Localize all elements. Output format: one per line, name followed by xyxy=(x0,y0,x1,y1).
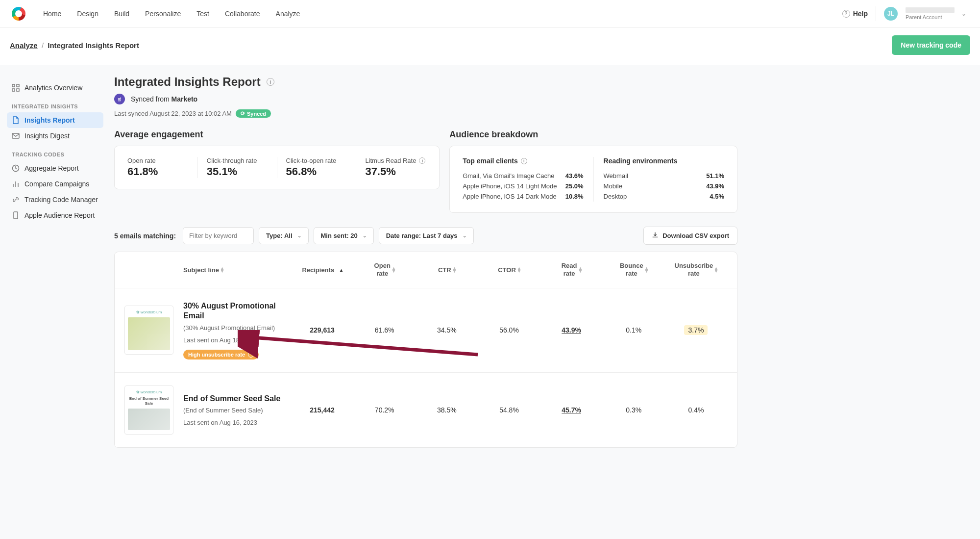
breakdown-item: Apple iPhone, iOS 14 Dark Mode10.8% xyxy=(463,191,583,202)
col-ctor[interactable]: CTOR▴▾ xyxy=(478,266,540,274)
client-name: Gmail, Via Gmail's Image Cache xyxy=(463,172,554,180)
col-open-rate[interactable]: Openrate▴▾ xyxy=(353,262,416,278)
cell-unsub-rate: 0.4% xyxy=(665,406,727,414)
account-selector[interactable]: Parent Account ⌄ xyxy=(906,7,968,20)
sidebar-item-label: Tracking Code Manager xyxy=(24,196,98,204)
env-name: Desktop xyxy=(604,193,627,200)
sidebar-item-apple-audience-report[interactable]: Apple Audience Report xyxy=(7,207,103,223)
col-label: CTOR xyxy=(498,266,516,274)
sidebar-item-label: Insights Report xyxy=(24,116,75,124)
col-label: rate xyxy=(626,270,637,278)
warning-label: High unsubscribe rate xyxy=(188,352,245,358)
sort-icon: ▴▾ xyxy=(453,267,456,273)
info-icon[interactable]: i xyxy=(419,157,425,164)
user-avatar[interactable]: JL xyxy=(884,7,898,21)
email-thumbnail: wonderblum End of Summer Seed Sale xyxy=(124,385,173,435)
metric-label: Click-through rate xyxy=(207,157,268,164)
main-layout: Analytics Overview INTEGRATED INSIGHTS I… xyxy=(0,65,980,467)
nav-test[interactable]: Test xyxy=(196,10,209,18)
metric-value: 35.1% xyxy=(207,165,268,178)
sort-icon: ▴▾ xyxy=(518,267,520,273)
cell-read-rate: 43.9% xyxy=(540,326,603,334)
metric-label: Litmus Read Rate i xyxy=(365,157,426,164)
col-bounce-rate[interactable]: Bouncerate▴▾ xyxy=(603,262,665,278)
sort-icon: ▴▾ xyxy=(392,267,395,273)
type-filter[interactable]: Type: All⌄ xyxy=(259,227,308,244)
arrow-right-icon: → xyxy=(248,352,254,358)
metric-value: 61.8% xyxy=(127,165,189,178)
sidebar-item-insights-report[interactable]: Insights Report xyxy=(7,112,103,128)
thumb-hero-image xyxy=(128,409,170,430)
breakdown-section: Audience breakdown Top email clients i G… xyxy=(449,129,737,213)
col-subject[interactable]: Subject line▴▾ xyxy=(183,266,291,274)
logo[interactable] xyxy=(12,7,25,21)
min-sent-filter[interactable]: Min sent: 20⌄ xyxy=(314,227,374,244)
sidebar-item-aggregate-report[interactable]: Aggregate Report xyxy=(7,160,103,176)
keyword-filter-input[interactable] xyxy=(183,227,254,244)
info-icon[interactable]: i xyxy=(521,158,527,164)
last-synced-row: Last synced August 22, 2023 at 10:02 AM … xyxy=(114,109,737,118)
sidebar-item-tracking-code-manager[interactable]: Tracking Code Manager xyxy=(7,192,103,207)
email-title: End of Summer Seed Sale xyxy=(183,394,286,404)
col-label: Bounce xyxy=(620,262,643,270)
mail-icon xyxy=(12,132,20,140)
top-header: Home Design Build Personalize Test Colla… xyxy=(0,0,980,27)
metric-read-rate: Litmus Read Rate i 37.5% xyxy=(356,157,426,178)
breakdown-item: Desktop4.5% xyxy=(604,191,724,202)
breadcrumb-current: Integrated Insights Report xyxy=(48,41,139,50)
read-rate-value[interactable]: 43.9% xyxy=(562,326,581,334)
cell-bounce-rate: 0.1% xyxy=(603,326,665,334)
svg-rect-2 xyxy=(12,89,15,91)
breadcrumb-separator: / xyxy=(42,41,44,50)
help-icon: ? xyxy=(842,10,850,18)
sidebar-item-insights-digest[interactable]: Insights Digest xyxy=(7,128,103,144)
breakdown-item: Mobile43.9% xyxy=(604,181,724,191)
sidebar-item-compare-campaigns[interactable]: Compare Campaigns xyxy=(7,176,103,192)
email-info: 30% August Promotional Email (30% August… xyxy=(183,301,291,360)
marketo-icon: Ⲷ xyxy=(114,94,125,104)
breakdown-item: Apple iPhone, iOS 14 Light Mode25.0% xyxy=(463,181,583,191)
breakdown-row: Top email clients i Gmail, Via Gmail's I… xyxy=(463,157,724,202)
col-label: rate xyxy=(688,270,700,278)
col-ctr[interactable]: CTR▴▾ xyxy=(416,266,478,274)
nav-analyze[interactable]: Analyze xyxy=(276,10,300,18)
col-label: Read xyxy=(562,262,577,270)
svg-rect-0 xyxy=(12,84,15,87)
breadcrumb-root[interactable]: Analyze xyxy=(10,41,38,50)
last-synced-text: Last synced August 22, 2023 at 10:02 AM xyxy=(114,110,232,117)
nav-design[interactable]: Design xyxy=(77,10,98,18)
col-label: Unsubscribe xyxy=(675,262,713,270)
help-link[interactable]: ? Help xyxy=(842,10,868,18)
col-recipients[interactable]: Recipients ▴ xyxy=(291,266,353,274)
env-value: 4.5% xyxy=(710,193,724,200)
cell-ctor: 56.0% xyxy=(478,326,540,334)
info-icon[interactable]: i xyxy=(267,78,274,86)
col-unsub-rate[interactable]: Unsubscriberate▴▾ xyxy=(665,262,727,278)
emails-table: Subject line▴▾ Recipients ▴ Openrate▴▾ C… xyxy=(114,252,737,448)
nav-personalize[interactable]: Personalize xyxy=(145,10,181,18)
date-range-filter[interactable]: Date range: Last 7 days⌄ xyxy=(379,227,474,244)
sort-up-icon: ▴ xyxy=(340,267,343,273)
cell-ctor: 54.8% xyxy=(478,406,540,414)
nav-build[interactable]: Build xyxy=(114,10,129,18)
page-title-row: Integrated Insights Report i xyxy=(114,75,737,89)
sidebar-item-analytics-overview[interactable]: Analytics Overview xyxy=(7,80,103,96)
read-rate-value[interactable]: 45.7% xyxy=(562,406,581,414)
nav-collaborate[interactable]: Collaborate xyxy=(225,10,260,18)
sub-header: Analyze / Integrated Insights Report New… xyxy=(0,27,980,65)
col-read-rate[interactable]: Readrate▴▾ xyxy=(540,262,603,278)
main-nav: Home Design Build Personalize Test Colla… xyxy=(43,10,300,18)
nav-home[interactable]: Home xyxy=(43,10,61,18)
new-tracking-code-button[interactable]: New tracking code xyxy=(892,35,970,55)
col-label: CTR xyxy=(438,266,451,274)
table-row[interactable]: wonderblum End of Summer Seed Sale End o… xyxy=(115,373,737,447)
breakdown-envs: Reading environments Webmail51.1% Mobile… xyxy=(594,157,724,202)
thumb-brand: wonderblum xyxy=(136,390,162,394)
high-unsubscribe-badge[interactable]: High unsubscribe rate → xyxy=(183,350,259,359)
download-csv-button[interactable]: Download CSV export xyxy=(643,227,737,245)
sidebar-item-label: Insights Digest xyxy=(24,132,70,140)
table-row[interactable]: wonderblum 30% August Promotional Email … xyxy=(115,288,737,373)
header-right: ? Help JL Parent Account ⌄ xyxy=(842,6,968,21)
unsub-rate-highlighted: 3.7% xyxy=(684,325,708,335)
chevron-down-icon: ⌄ xyxy=(961,10,966,17)
